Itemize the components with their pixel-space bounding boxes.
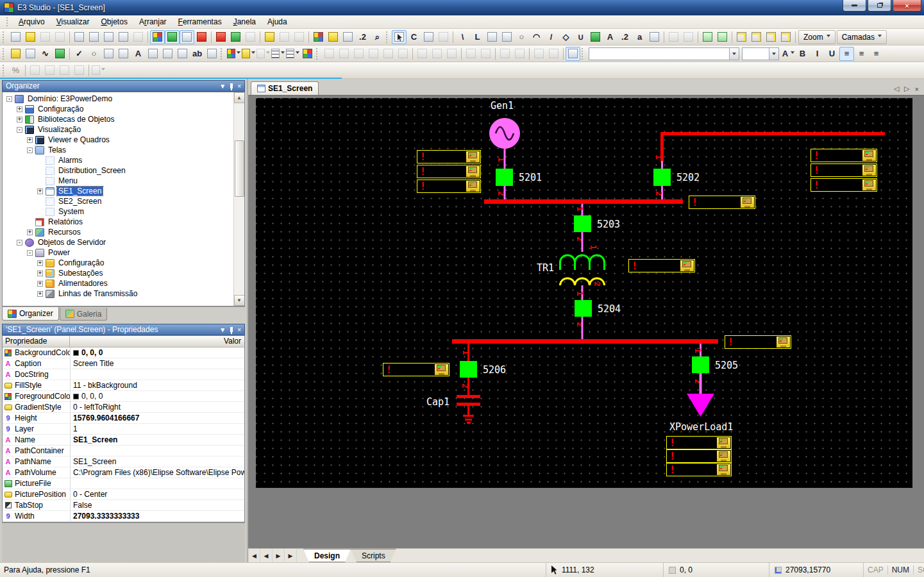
toolbar-grip[interactable] bbox=[316, 48, 319, 60]
layer-up-icon[interactable] bbox=[764, 30, 778, 44]
property-value[interactable]: 1 bbox=[70, 424, 244, 434]
tree-item-alarms[interactable]: Alarms bbox=[4, 155, 244, 165]
property-row-fillstyle[interactable]: FillStyle11 - bkBackground bbox=[3, 380, 244, 391]
alarm-display-box[interactable]: ! bbox=[383, 363, 449, 376]
redo-icon[interactable] bbox=[131, 30, 146, 44]
tree-expander-icon[interactable]: - bbox=[27, 250, 33, 256]
property-row-pathname[interactable]: APathNameSE1_Screen bbox=[3, 456, 244, 467]
space-evenly-h-icon[interactable] bbox=[498, 47, 512, 61]
move-forward-icon[interactable] bbox=[72, 63, 87, 78]
organizer-close-icon[interactable]: × bbox=[237, 83, 241, 90]
breaker-5205[interactable] bbox=[692, 356, 709, 373]
property-value[interactable]: SE1_Screen bbox=[70, 435, 244, 445]
breaker-5203-label[interactable]: 5203 bbox=[597, 219, 620, 230]
alarm-display-box[interactable]: ! bbox=[725, 335, 791, 349]
curve-tool-icon[interactable]: / bbox=[544, 30, 559, 44]
bring-to-front-icon[interactable] bbox=[28, 63, 42, 78]
scrollbar-control-icon[interactable] bbox=[175, 47, 190, 61]
tree-item-bibliotecas-de-objetos[interactable]: +Bibliotecas de Objetos bbox=[4, 114, 244, 124]
property-row-width[interactable]: 9Width27093.3333333333 bbox=[3, 511, 244, 522]
doc-next-icon[interactable]: ▷ bbox=[904, 85, 909, 93]
breaker-5205-label[interactable]: 5205 bbox=[715, 360, 738, 371]
alarm-display-box[interactable]: ! bbox=[666, 463, 732, 476]
move-backward-icon[interactable] bbox=[57, 63, 72, 78]
screen-canvas[interactable]: Gen1 5201 1 2 5202 bbox=[256, 98, 912, 488]
tree-item-alimentadores[interactable]: +Alimentadores bbox=[4, 278, 244, 288]
alarm-display-box[interactable]: ! bbox=[628, 259, 695, 272]
property-value[interactable]: 0, 0, 0 bbox=[70, 391, 244, 401]
linked-display-tool-icon[interactable] bbox=[647, 30, 662, 44]
copy-icon[interactable] bbox=[87, 30, 101, 44]
property-value[interactable]: C:\Program Files (x86)\Elipse Software\E… bbox=[70, 467, 244, 478]
polyline-tool-icon[interactable]: L bbox=[470, 30, 485, 44]
background-style-icon[interactable] bbox=[300, 47, 315, 61]
property-value[interactable] bbox=[70, 478, 244, 489]
tree-item-configurac-a-o[interactable]: +Configuração bbox=[4, 258, 244, 268]
object-library-icon[interactable] bbox=[340, 30, 355, 44]
camadas-menu-button[interactable]: Camadas bbox=[837, 30, 887, 44]
grid-toggle-icon[interactable] bbox=[566, 47, 580, 61]
line-style-icon[interactable] bbox=[271, 47, 285, 61]
new-file-icon[interactable] bbox=[8, 30, 23, 44]
tree-item-telas[interactable]: -Telas bbox=[4, 145, 244, 155]
bold-icon[interactable]: B bbox=[795, 47, 810, 61]
domain-warnings-icon[interactable] bbox=[262, 30, 277, 44]
center-vertically-icon[interactable] bbox=[381, 47, 396, 61]
busbar-1[interactable] bbox=[484, 199, 683, 204]
property-row-name[interactable]: ANameSE1_Screen bbox=[3, 435, 244, 446]
tree-item-system[interactable]: System bbox=[4, 206, 244, 217]
sheet-last-icon[interactable]: ▶ bbox=[285, 549, 297, 562]
arc-tool-icon[interactable]: ◠ bbox=[529, 30, 544, 44]
scroll-thumb[interactable] bbox=[235, 140, 244, 197]
menu-arranjar[interactable]: Arranjar bbox=[133, 16, 172, 28]
menu-ferramentas[interactable]: Ferramentas bbox=[172, 16, 228, 28]
open-file-icon[interactable] bbox=[23, 30, 38, 44]
property-row-caption[interactable]: ACaptionScreen Title bbox=[3, 358, 244, 369]
tree-item-recursos[interactable]: +Recursos bbox=[4, 227, 244, 237]
property-value[interactable]: 0 - leftToRight bbox=[70, 402, 244, 412]
breaker-5202[interactable] bbox=[653, 169, 671, 186]
display-tool-icon[interactable]: .2 bbox=[617, 30, 632, 44]
ellipse-tool-icon[interactable]: ○ bbox=[514, 30, 529, 44]
e3alarm-control-icon[interactable] bbox=[8, 47, 23, 61]
property-row-foregroundcolor[interactable]: ForegroundColor0, 0, 0 bbox=[3, 391, 244, 402]
property-row-docstring[interactable]: ADocString bbox=[3, 369, 244, 380]
alarm-display-box[interactable]: ! bbox=[689, 196, 755, 209]
tree-item-domi-nio-e3powerdemo[interactable]: -Domínio: E3PowerDemo bbox=[4, 94, 244, 104]
breaker-5201-label[interactable]: 5201 bbox=[519, 172, 542, 183]
same-size-icon[interactable] bbox=[444, 47, 459, 61]
menu-janela[interactable]: Janela bbox=[228, 16, 262, 28]
toolbar-grip[interactable] bbox=[3, 65, 6, 76]
picture-tool-icon[interactable] bbox=[588, 30, 603, 44]
property-row-pictureposition[interactable]: PicturePosition0 - Center bbox=[3, 489, 244, 500]
sheet-next-icon[interactable]: ▶ bbox=[273, 549, 285, 562]
rotate-left-icon[interactable] bbox=[532, 47, 546, 61]
align-tops-icon[interactable] bbox=[351, 47, 366, 61]
tree-item-configurac-a-o[interactable]: +Configuração bbox=[4, 104, 244, 114]
breaker-5202-label[interactable]: 5202 bbox=[676, 172, 700, 183]
e3browser-control-icon[interactable] bbox=[23, 47, 38, 61]
property-row-height[interactable]: 9Height15769.9604166667 bbox=[3, 413, 244, 424]
property-value[interactable]: Screen Title bbox=[70, 358, 244, 369]
tree-expander-icon[interactable]: + bbox=[27, 230, 33, 235]
tree-expander-icon[interactable]: - bbox=[6, 96, 12, 102]
text-tool-icon[interactable]: A bbox=[603, 30, 617, 44]
tree-expander-icon[interactable]: + bbox=[37, 291, 43, 297]
zoom-menu-button[interactable]: Zoom bbox=[798, 30, 836, 44]
move-to-layer-icon[interactable] bbox=[734, 30, 749, 44]
menu-arquivo[interactable]: Arquivo bbox=[13, 16, 51, 28]
script-editor-icon[interactable] bbox=[421, 30, 436, 44]
tree-expander-icon[interactable]: - bbox=[17, 127, 22, 133]
tree-item-se1-screen[interactable]: +SE1_Screen bbox=[4, 186, 244, 196]
radio-control-icon[interactable]: ○ bbox=[87, 47, 101, 61]
e3chart-control-icon[interactable]: ∿ bbox=[38, 47, 53, 61]
property-row-gradientstyle[interactable]: GradientStyle0 - leftToRight bbox=[3, 402, 244, 413]
organizer-pin-icon[interactable] bbox=[230, 83, 233, 88]
warnings-2-icon[interactable] bbox=[277, 30, 292, 44]
rotate-right-icon[interactable] bbox=[546, 47, 561, 61]
line-color-icon[interactable] bbox=[256, 47, 271, 61]
alarm-display-box[interactable]: ! bbox=[666, 449, 732, 463]
alarm-display-box[interactable]: ! bbox=[811, 163, 877, 177]
warnings-3-icon[interactable] bbox=[292, 30, 307, 44]
property-value[interactable]: False bbox=[70, 500, 244, 510]
